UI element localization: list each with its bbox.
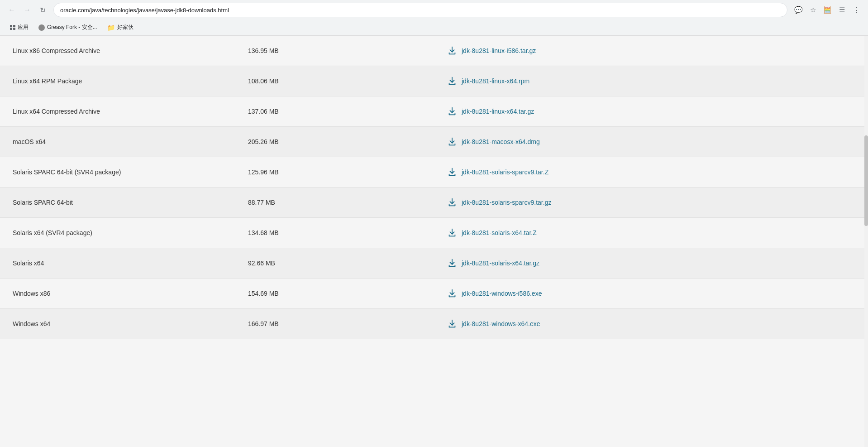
row-size-cell: 205.26 MB — [235, 127, 434, 157]
scrollbar-thumb[interactable] — [864, 135, 868, 226]
row-name-cell: Solaris x64 (SVR4 package) — [0, 218, 235, 248]
download-filename: jdk-8u281-solaris-sparcv9.tar.Z — [462, 168, 548, 176]
toolbar-icons: 💬 ☆ 🧮 ☰ ⋮ — [792, 4, 863, 16]
row-size-cell: 134.68 MB — [235, 218, 434, 248]
download-arrow-icon — [447, 228, 457, 238]
download-link[interactable]: jdk-8u281-windows-x64.exe — [447, 319, 855, 329]
address-bar[interactable]: oracle.com/java/technologies/javase/java… — [53, 3, 787, 17]
table-row: Solaris x6492.66 MBjdk-8u281-solaris-x64… — [0, 248, 868, 279]
download-link[interactable]: jdk-8u281-linux-i586.tar.gz — [447, 46, 855, 56]
bookmark-apps[interactable]: 应用 — [5, 22, 33, 33]
table-row: Windows x86154.69 MBjdk-8u281-windows-i5… — [0, 279, 868, 309]
download-arrow-icon — [447, 137, 457, 147]
table-row: Windows x64166.97 MBjdk-8u281-windows-x6… — [0, 309, 868, 339]
download-arrow-icon — [447, 46, 457, 56]
reload-button[interactable]: ↻ — [36, 4, 49, 16]
bookmarks-bar: 应用 Greasy Fork - 安全... 📁 好家伙 — [0, 20, 868, 35]
star-icon[interactable]: ☆ — [806, 4, 819, 16]
scrollbar[interactable] — [864, 36, 868, 447]
bookmark-haojiafu-label: 好家伙 — [117, 24, 134, 31]
bookmark-greasy-fork[interactable]: Greasy Fork - 安全... — [34, 22, 102, 33]
browser-toolbar: ← → ↻ oracle.com/java/technologies/javas… — [0, 0, 868, 20]
download-arrow-icon — [447, 197, 457, 207]
row-download-cell: jdk-8u281-solaris-x64.tar.gz — [434, 248, 868, 279]
row-download-cell: jdk-8u281-solaris-x64.tar.Z — [434, 218, 868, 248]
row-name-cell: Solaris x64 — [0, 248, 235, 279]
page-wrapper: Linux x86 Compressed Archive136.95 MBjdk… — [0, 36, 868, 447]
row-download-cell: jdk-8u281-solaris-sparcv9.tar.Z — [434, 157, 868, 187]
row-name-cell: macOS x64 — [0, 127, 235, 157]
row-name-cell: Windows x86 — [0, 279, 235, 309]
download-arrow-icon — [447, 76, 457, 86]
row-name-cell: Linux x64 Compressed Archive — [0, 96, 235, 127]
bookmark-greasy-fork-label: Greasy Fork - 安全... — [47, 24, 97, 31]
row-size-cell: 137.06 MB — [235, 96, 434, 127]
download-filename: jdk-8u281-solaris-x64.tar.Z — [462, 229, 537, 236]
download-filename: jdk-8u281-linux-x64.tar.gz — [462, 108, 534, 115]
row-name-cell: Solaris SPARC 64-bit — [0, 187, 235, 218]
more-icon[interactable]: ⋮ — [850, 4, 863, 16]
table-row: macOS x64205.26 MBjdk-8u281-macosx-x64.d… — [0, 127, 868, 157]
download-link[interactable]: jdk-8u281-macosx-x64.dmg — [447, 137, 855, 147]
table-row: Solaris SPARC 64-bit (SVR4 package)125.9… — [0, 157, 868, 187]
download-arrow-icon — [447, 106, 457, 116]
row-name-cell: Solaris SPARC 64-bit (SVR4 package) — [0, 157, 235, 187]
bookmark-folder-icon: 📁 — [107, 24, 115, 31]
download-link[interactable]: jdk-8u281-solaris-x64.tar.gz — [447, 258, 855, 268]
download-filename: jdk-8u281-solaris-sparcv9.tar.gz — [462, 199, 551, 206]
download-arrow-icon — [447, 319, 457, 329]
row-name-cell: Linux x64 RPM Package — [0, 66, 235, 96]
download-filename: jdk-8u281-macosx-x64.dmg — [462, 138, 540, 145]
row-size-cell: 88.77 MB — [235, 187, 434, 218]
download-arrow-icon — [447, 288, 457, 298]
download-filename: jdk-8u281-windows-i586.exe — [462, 290, 542, 297]
row-download-cell: jdk-8u281-linux-i586.tar.gz — [434, 36, 868, 66]
download-table: Linux x86 Compressed Archive136.95 MBjdk… — [0, 36, 868, 339]
row-size-cell: 154.69 MB — [235, 279, 434, 309]
media-icon[interactable]: ☰ — [835, 4, 848, 16]
row-download-cell: jdk-8u281-linux-x64.rpm — [434, 66, 868, 96]
row-download-cell: jdk-8u281-macosx-x64.dmg — [434, 127, 868, 157]
page-content: Linux x86 Compressed Archive136.95 MBjdk… — [0, 36, 868, 447]
download-link[interactable]: jdk-8u281-windows-i586.exe — [447, 288, 855, 298]
row-size-cell: 136.95 MB — [235, 36, 434, 66]
row-download-cell: jdk-8u281-windows-x64.exe — [434, 309, 868, 339]
download-filename: jdk-8u281-linux-x64.rpm — [462, 77, 529, 85]
row-size-cell: 125.96 MB — [235, 157, 434, 187]
download-link[interactable]: jdk-8u281-solaris-sparcv9.tar.gz — [447, 197, 855, 207]
row-name-cell: Linux x86 Compressed Archive — [0, 36, 235, 66]
browser-chrome: ← → ↻ oracle.com/java/technologies/javas… — [0, 0, 868, 36]
table-row: Solaris x64 (SVR4 package)134.68 MBjdk-8… — [0, 218, 868, 248]
row-name-cell: Windows x64 — [0, 309, 235, 339]
url-text: oracle.com/java/technologies/javase/java… — [60, 7, 781, 14]
row-size-cell: 92.66 MB — [235, 248, 434, 279]
forward-button[interactable]: → — [21, 4, 33, 16]
row-download-cell: jdk-8u281-solaris-sparcv9.tar.gz — [434, 187, 868, 218]
apps-grid-icon — [10, 25, 15, 30]
download-link[interactable]: jdk-8u281-solaris-x64.tar.Z — [447, 228, 855, 238]
download-link[interactable]: jdk-8u281-linux-x64.rpm — [447, 76, 855, 86]
download-arrow-icon — [447, 258, 457, 268]
row-download-cell: jdk-8u281-linux-x64.tar.gz — [434, 96, 868, 127]
translate-icon[interactable]: 💬 — [792, 4, 805, 16]
table-row: Solaris SPARC 64-bit88.77 MBjdk-8u281-so… — [0, 187, 868, 218]
nav-buttons: ← → ↻ — [5, 4, 49, 16]
table-row: Linux x64 RPM Package108.06 MBjdk-8u281-… — [0, 66, 868, 96]
download-link[interactable]: jdk-8u281-solaris-sparcv9.tar.Z — [447, 167, 855, 177]
download-filename: jdk-8u281-linux-i586.tar.gz — [462, 47, 536, 54]
bookmark-apps-label: 应用 — [18, 24, 29, 31]
table-row: Linux x64 Compressed Archive137.06 MBjdk… — [0, 96, 868, 127]
download-filename: jdk-8u281-windows-x64.exe — [462, 320, 540, 327]
download-arrow-icon — [447, 167, 457, 177]
row-size-cell: 108.06 MB — [235, 66, 434, 96]
bookmark-site-icon — [38, 24, 45, 31]
extensions-icon[interactable]: 🧮 — [821, 4, 834, 16]
download-filename: jdk-8u281-solaris-x64.tar.gz — [462, 260, 539, 267]
row-download-cell: jdk-8u281-windows-i586.exe — [434, 279, 868, 309]
download-link[interactable]: jdk-8u281-linux-x64.tar.gz — [447, 106, 855, 116]
row-size-cell: 166.97 MB — [235, 309, 434, 339]
bookmark-haojiafu[interactable]: 📁 好家伙 — [103, 22, 138, 33]
back-button[interactable]: ← — [5, 4, 18, 16]
table-row: Linux x86 Compressed Archive136.95 MBjdk… — [0, 36, 868, 66]
